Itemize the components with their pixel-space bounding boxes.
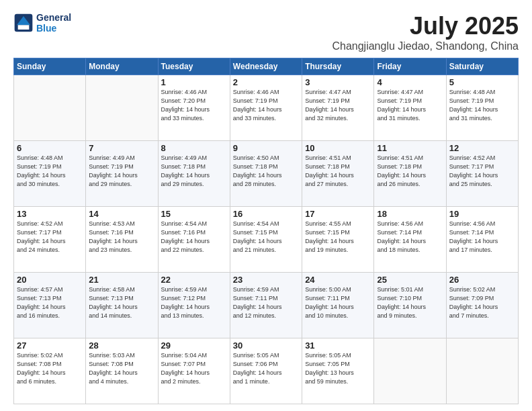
cell-info: Sunrise: 5:02 AM Sunset: 7:08 PM Dayligh…	[17, 351, 83, 386]
header: General Blue July 2025 Changjianglu Jied…	[13, 12, 519, 52]
calendar-cell	[14, 75, 86, 141]
calendar-cell: 11Sunrise: 4:51 AM Sunset: 7:18 PM Dayli…	[374, 141, 446, 207]
cell-info: Sunrise: 4:46 AM Sunset: 7:19 PM Dayligh…	[233, 88, 299, 123]
calendar-cell: 20Sunrise: 4:57 AM Sunset: 7:13 PM Dayli…	[14, 273, 86, 338]
cell-info: Sunrise: 5:00 AM Sunset: 7:11 PM Dayligh…	[305, 285, 371, 320]
calendar-table: SundayMondayTuesdayWednesdayThursdayFrid…	[13, 58, 519, 404]
cell-info: Sunrise: 4:52 AM Sunset: 7:17 PM Dayligh…	[17, 220, 83, 255]
calendar-week-row: 27Sunrise: 5:02 AM Sunset: 7:08 PM Dayli…	[14, 338, 519, 404]
cell-info: Sunrise: 4:49 AM Sunset: 7:19 PM Dayligh…	[89, 154, 154, 189]
calendar-cell: 18Sunrise: 4:56 AM Sunset: 7:14 PM Dayli…	[374, 207, 446, 273]
main-title: July 2025	[332, 12, 519, 40]
calendar-cell: 21Sunrise: 4:58 AM Sunset: 7:13 PM Dayli…	[86, 273, 158, 338]
day-number: 23	[233, 275, 299, 285]
logo: General Blue	[13, 12, 71, 34]
day-number: 1	[161, 77, 227, 87]
day-number: 25	[377, 275, 443, 285]
day-number: 7	[89, 143, 154, 153]
calendar-cell: 14Sunrise: 4:53 AM Sunset: 7:16 PM Dayli…	[86, 207, 158, 273]
calendar-cell: 29Sunrise: 5:04 AM Sunset: 7:07 PM Dayli…	[158, 338, 230, 404]
day-number: 10	[305, 143, 371, 153]
day-of-week-header: Monday	[86, 58, 158, 75]
cell-info: Sunrise: 4:59 AM Sunset: 7:11 PM Dayligh…	[233, 285, 299, 320]
day-number: 13	[17, 209, 83, 219]
cell-info: Sunrise: 4:48 AM Sunset: 7:19 PM Dayligh…	[17, 154, 83, 189]
cell-info: Sunrise: 4:46 AM Sunset: 7:20 PM Dayligh…	[161, 88, 227, 123]
cell-info: Sunrise: 4:55 AM Sunset: 7:15 PM Dayligh…	[305, 220, 371, 255]
cell-info: Sunrise: 4:56 AM Sunset: 7:14 PM Dayligh…	[377, 220, 443, 255]
calendar-cell: 15Sunrise: 4:54 AM Sunset: 7:16 PM Dayli…	[158, 207, 230, 273]
title-block: July 2025 Changjianglu Jiedao, Shandong,…	[332, 12, 519, 52]
cell-info: Sunrise: 4:50 AM Sunset: 7:18 PM Dayligh…	[233, 154, 299, 189]
calendar-cell: 2Sunrise: 4:46 AM Sunset: 7:19 PM Daylig…	[230, 75, 302, 141]
day-number: 26	[449, 275, 515, 285]
calendar-cell: 17Sunrise: 4:55 AM Sunset: 7:15 PM Dayli…	[302, 207, 374, 273]
cell-info: Sunrise: 5:01 AM Sunset: 7:10 PM Dayligh…	[377, 285, 443, 320]
cell-info: Sunrise: 4:51 AM Sunset: 7:18 PM Dayligh…	[305, 154, 371, 189]
logo-text: General Blue	[36, 12, 71, 34]
subtitle: Changjianglu Jiedao, Shandong, China	[332, 40, 519, 52]
calendar-cell: 16Sunrise: 4:54 AM Sunset: 7:15 PM Dayli…	[230, 207, 302, 273]
calendar-cell: 8Sunrise: 4:49 AM Sunset: 7:18 PM Daylig…	[158, 141, 230, 207]
day-of-week-header: Friday	[374, 58, 446, 75]
day-number: 9	[233, 143, 299, 153]
day-number: 18	[377, 209, 443, 219]
day-number: 12	[449, 143, 515, 153]
day-number: 31	[305, 340, 371, 351]
day-number: 6	[17, 143, 83, 153]
calendar-cell	[446, 338, 518, 404]
cell-info: Sunrise: 4:57 AM Sunset: 7:13 PM Dayligh…	[17, 285, 83, 320]
cell-info: Sunrise: 5:05 AM Sunset: 7:06 PM Dayligh…	[233, 351, 299, 386]
calendar-cell: 10Sunrise: 4:51 AM Sunset: 7:18 PM Dayli…	[302, 141, 374, 207]
calendar-cell	[374, 338, 446, 404]
calendar-cell	[86, 75, 158, 141]
calendar-week-row: 13Sunrise: 4:52 AM Sunset: 7:17 PM Dayli…	[14, 207, 519, 273]
day-number: 20	[17, 275, 83, 285]
calendar-cell: 12Sunrise: 4:52 AM Sunset: 7:17 PM Dayli…	[446, 141, 518, 207]
calendar-cell: 19Sunrise: 4:56 AM Sunset: 7:14 PM Dayli…	[446, 207, 518, 273]
calendar-cell: 1Sunrise: 4:46 AM Sunset: 7:20 PM Daylig…	[158, 75, 230, 141]
calendar-cell: 23Sunrise: 4:59 AM Sunset: 7:11 PM Dayli…	[230, 273, 302, 338]
day-number: 29	[161, 340, 227, 351]
svg-rect-2	[18, 25, 30, 30]
cell-info: Sunrise: 4:48 AM Sunset: 7:19 PM Dayligh…	[449, 88, 515, 123]
calendar-header-row: SundayMondayTuesdayWednesdayThursdayFrid…	[14, 58, 519, 75]
day-number: 30	[233, 340, 299, 351]
calendar-cell: 22Sunrise: 4:59 AM Sunset: 7:12 PM Dayli…	[158, 273, 230, 338]
calendar-cell: 25Sunrise: 5:01 AM Sunset: 7:10 PM Dayli…	[374, 273, 446, 338]
cell-info: Sunrise: 4:56 AM Sunset: 7:14 PM Dayligh…	[449, 220, 515, 255]
cell-info: Sunrise: 5:03 AM Sunset: 7:08 PM Dayligh…	[89, 351, 154, 386]
cell-info: Sunrise: 4:51 AM Sunset: 7:18 PM Dayligh…	[377, 154, 443, 189]
day-number: 5	[449, 77, 515, 87]
day-number: 3	[305, 77, 371, 87]
cell-info: Sunrise: 4:47 AM Sunset: 7:19 PM Dayligh…	[305, 88, 371, 123]
calendar-cell: 31Sunrise: 5:05 AM Sunset: 7:05 PM Dayli…	[302, 338, 374, 404]
calendar-cell: 4Sunrise: 4:47 AM Sunset: 7:19 PM Daylig…	[374, 75, 446, 141]
logo-icon	[13, 13, 34, 33]
calendar-week-row: 20Sunrise: 4:57 AM Sunset: 7:13 PM Dayli…	[14, 273, 519, 338]
calendar-cell: 5Sunrise: 4:48 AM Sunset: 7:19 PM Daylig…	[446, 75, 518, 141]
day-number: 16	[233, 209, 299, 219]
cell-info: Sunrise: 4:52 AM Sunset: 7:17 PM Dayligh…	[449, 154, 515, 189]
calendar-cell: 26Sunrise: 5:02 AM Sunset: 7:09 PM Dayli…	[446, 273, 518, 338]
day-of-week-header: Wednesday	[230, 58, 302, 75]
cell-info: Sunrise: 4:54 AM Sunset: 7:16 PM Dayligh…	[161, 220, 227, 255]
calendar-week-row: 1Sunrise: 4:46 AM Sunset: 7:20 PM Daylig…	[14, 75, 519, 141]
day-number: 27	[17, 340, 83, 351]
calendar-cell: 7Sunrise: 4:49 AM Sunset: 7:19 PM Daylig…	[86, 141, 158, 207]
day-of-week-header: Thursday	[302, 58, 374, 75]
calendar-cell: 6Sunrise: 4:48 AM Sunset: 7:19 PM Daylig…	[14, 141, 86, 207]
day-number: 22	[161, 275, 227, 285]
cell-info: Sunrise: 4:59 AM Sunset: 7:12 PM Dayligh…	[161, 285, 227, 320]
day-number: 28	[89, 340, 154, 351]
day-number: 15	[161, 209, 227, 219]
calendar-cell: 9Sunrise: 4:50 AM Sunset: 7:18 PM Daylig…	[230, 141, 302, 207]
calendar-week-row: 6Sunrise: 4:48 AM Sunset: 7:19 PM Daylig…	[14, 141, 519, 207]
cell-info: Sunrise: 5:02 AM Sunset: 7:09 PM Dayligh…	[449, 285, 515, 320]
day-number: 4	[377, 77, 443, 87]
calendar-cell: 27Sunrise: 5:02 AM Sunset: 7:08 PM Dayli…	[14, 338, 86, 404]
calendar-cell: 30Sunrise: 5:05 AM Sunset: 7:06 PM Dayli…	[230, 338, 302, 404]
calendar-cell: 13Sunrise: 4:52 AM Sunset: 7:17 PM Dayli…	[14, 207, 86, 273]
day-number: 14	[89, 209, 154, 219]
day-of-week-header: Saturday	[446, 58, 518, 75]
